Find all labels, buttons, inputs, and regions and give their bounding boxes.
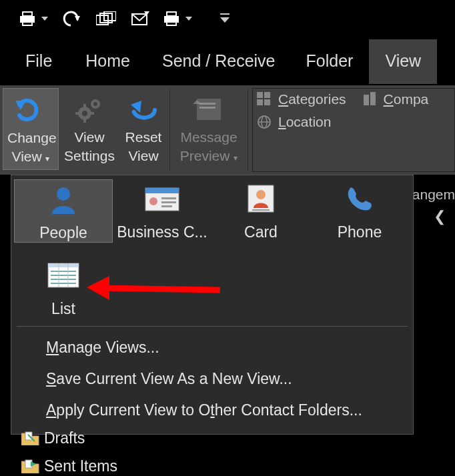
folder-icon (21, 431, 40, 445)
change-view-button[interactable]: Change View ▾ (3, 88, 59, 170)
svg-rect-35 (370, 92, 376, 105)
gallery-item-phone[interactable]: Phone (310, 179, 409, 243)
gallery-item-business-card[interactable]: Business C... (113, 179, 211, 243)
menu-apply-view[interactable]: Apply Current View to Other Contact Fold… (11, 395, 413, 426)
svg-rect-48 (252, 209, 270, 211)
message-preview-label2: Preview ▾ (177, 147, 241, 165)
arrangement-location[interactable]: Location (257, 114, 450, 130)
gallery-item-business-card-label: Business C... (113, 223, 211, 241)
svg-rect-43 (161, 197, 176, 199)
collapse-chevron-icon[interactable]: ❮ (434, 208, 446, 225)
undo-icon (63, 11, 81, 27)
change-view-icon (15, 97, 46, 123)
tab-folder[interactable]: Folder (294, 39, 370, 84)
gallery-item-card[interactable]: Card (211, 179, 310, 243)
svg-point-42 (149, 197, 157, 205)
menu-save-view[interactable]: Save Current View As a New View...Save C… (11, 363, 413, 395)
gallery-item-list-label: List (14, 300, 113, 318)
tab-send-receive[interactable]: Send / Receive (150, 39, 294, 84)
svg-point-18 (82, 111, 87, 116)
change-view-label1: Change (7, 129, 54, 147)
svg-rect-32 (257, 99, 263, 105)
message-preview-label1: Message (177, 128, 241, 147)
svg-point-20 (93, 102, 97, 106)
company-label: CCompaompa (384, 91, 429, 107)
nav-sent-items[interactable]: Sent Items (21, 452, 117, 476)
location-icon (257, 115, 272, 129)
svg-marker-13 (185, 17, 192, 21)
svg-point-39 (57, 187, 70, 201)
card-icon (244, 184, 278, 213)
arrangement-categories[interactable]: Categories (257, 91, 346, 107)
svg-rect-14 (220, 13, 230, 15)
svg-rect-45 (161, 205, 172, 207)
svg-rect-0 (23, 12, 32, 16)
qat-print-dropdown[interactable] (20, 11, 48, 27)
gallery-item-people[interactable]: People (14, 179, 113, 243)
view-settings-label1: View (63, 128, 116, 147)
view-settings-button[interactable]: View Settings (59, 88, 120, 169)
svg-rect-41 (145, 188, 179, 193)
message-preview-icon (193, 96, 225, 123)
ribbon-tabs: File Home Send / Receive Folder View (0, 37, 455, 85)
gallery-menu: Manage Views...Manage Views... Save Curr… (11, 327, 413, 434)
nav-sent-items-label: Sent Items (44, 457, 117, 475)
svg-rect-21 (83, 104, 86, 108)
people-icon (49, 185, 77, 214)
categories-label: Categories (278, 91, 346, 107)
change-view-label2: View ▾ (7, 147, 54, 166)
company-icon (362, 92, 377, 107)
cascade-windows-icon (96, 11, 116, 26)
quick-access-toolbar (0, 0, 455, 37)
reset-view-label2: View (124, 147, 163, 165)
gallery-row-1: People Business C... (11, 175, 413, 252)
svg-marker-15 (220, 17, 230, 23)
menu-manage-views[interactable]: Manage Views...Manage Views... (11, 332, 413, 363)
tab-home[interactable]: Home (72, 39, 150, 84)
message-preview-button: Message Preview ▾ (173, 88, 245, 169)
gallery-row-2: List (11, 252, 413, 326)
gallery-item-list[interactable]: List (14, 256, 113, 318)
tab-file[interactable]: File (24, 39, 72, 84)
chevron-down-icon (41, 15, 48, 22)
folder-tree: Drafts Sent Items (21, 424, 117, 476)
svg-rect-31 (264, 92, 270, 98)
arrangement-row1: Categories CCompaompa (257, 91, 450, 107)
gallery-item-card-label: Card (211, 223, 310, 241)
svg-point-47 (256, 190, 266, 199)
reset-view-label1: Reset (124, 128, 163, 147)
reset-icon (128, 98, 159, 121)
svg-rect-22 (83, 119, 86, 123)
arrangement-label-cut: rangem (408, 187, 455, 203)
svg-marker-4 (75, 16, 80, 21)
tab-view[interactable]: View (369, 39, 437, 84)
qat-customize[interactable] (220, 13, 230, 24)
customize-qat-icon (220, 13, 230, 24)
gear-icon (74, 96, 105, 123)
qat-archive-dropdown[interactable] (164, 11, 192, 27)
svg-rect-44 (161, 201, 176, 203)
svg-rect-33 (264, 99, 270, 105)
ribbon-group-preview: Message Preview ▾ (170, 85, 248, 175)
qat-undo[interactable] (63, 11, 81, 27)
svg-marker-16 (15, 101, 26, 110)
svg-rect-34 (364, 95, 369, 105)
change-view-gallery: People Business C... (11, 175, 414, 435)
qat-send-receive[interactable] (131, 11, 149, 26)
phone-icon (344, 183, 375, 214)
nav-drafts-label: Drafts (44, 429, 85, 447)
svg-rect-30 (257, 92, 263, 98)
arrangement-panel: Categories CCompaompa Location (252, 88, 455, 172)
svg-rect-26 (197, 99, 221, 120)
chevron-down-icon (185, 15, 192, 22)
ribbon-separator (248, 89, 248, 171)
nav-drafts[interactable]: Drafts (21, 424, 117, 452)
reset-view-button[interactable]: Reset View (120, 88, 167, 169)
archive-icon (164, 11, 183, 27)
ribbon-group-current-view: Change View ▾ View Settings Reset (0, 85, 169, 175)
qat-windows[interactable] (96, 11, 116, 26)
arrangement-company[interactable]: CCompaompa (362, 91, 429, 107)
folder-icon (21, 459, 40, 473)
svg-rect-10 (167, 12, 176, 16)
categories-icon (257, 92, 272, 107)
